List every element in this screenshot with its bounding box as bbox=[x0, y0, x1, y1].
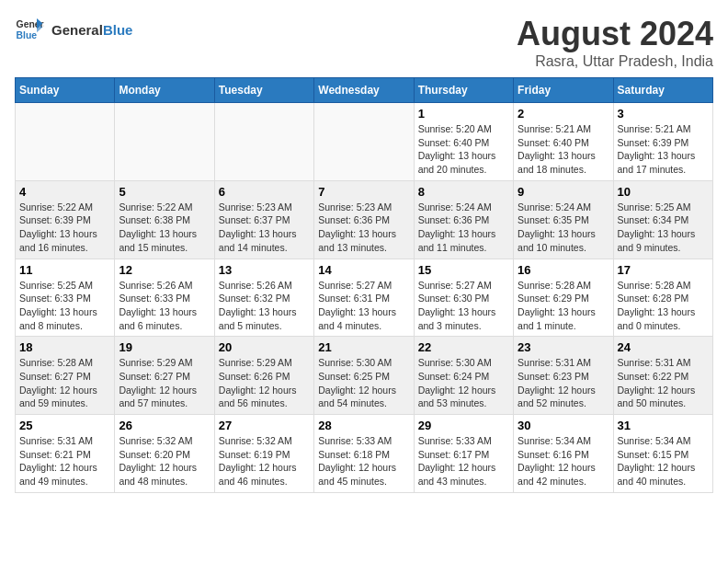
title-area: August 2024 Rasra, Uttar Pradesh, India bbox=[517, 15, 713, 70]
calendar-cell: 25Sunrise: 5:31 AM Sunset: 6:21 PM Dayli… bbox=[16, 415, 115, 493]
day-info: Sunrise: 5:31 AM Sunset: 6:21 PM Dayligh… bbox=[19, 434, 110, 488]
header-cell-tuesday: Tuesday bbox=[214, 78, 313, 103]
day-info: Sunrise: 5:26 AM Sunset: 6:32 PM Dayligh… bbox=[219, 279, 310, 333]
header-cell-sunday: Sunday bbox=[16, 78, 115, 103]
calendar-cell: 16Sunrise: 5:28 AM Sunset: 6:29 PM Dayli… bbox=[514, 259, 613, 337]
day-info: Sunrise: 5:23 AM Sunset: 6:36 PM Dayligh… bbox=[318, 201, 409, 255]
day-number: 4 bbox=[19, 185, 110, 199]
day-info: Sunrise: 5:34 AM Sunset: 6:16 PM Dayligh… bbox=[518, 434, 609, 488]
calendar-cell: 30Sunrise: 5:34 AM Sunset: 6:16 PM Dayli… bbox=[514, 415, 613, 493]
calendar-week-1: 1Sunrise: 5:20 AM Sunset: 6:40 PM Daylig… bbox=[16, 103, 713, 181]
day-number: 28 bbox=[318, 419, 409, 432]
day-number: 1 bbox=[418, 107, 509, 121]
day-number: 14 bbox=[318, 263, 409, 277]
calendar-cell: 21Sunrise: 5:30 AM Sunset: 6:25 PM Dayli… bbox=[314, 337, 414, 415]
calendar-cell: 8Sunrise: 5:24 AM Sunset: 6:36 PM Daylig… bbox=[414, 180, 513, 259]
day-info: Sunrise: 5:31 AM Sunset: 6:23 PM Dayligh… bbox=[518, 356, 609, 410]
calendar-cell: 1Sunrise: 5:20 AM Sunset: 6:40 PM Daylig… bbox=[414, 103, 513, 181]
header-row: SundayMondayTuesdayWednesdayThursdayFrid… bbox=[16, 78, 713, 103]
calendar-cell: 7Sunrise: 5:23 AM Sunset: 6:36 PM Daylig… bbox=[314, 180, 414, 259]
calendar-cell: 13Sunrise: 5:26 AM Sunset: 6:32 PM Dayli… bbox=[214, 259, 313, 337]
day-info: Sunrise: 5:29 AM Sunset: 6:26 PM Dayligh… bbox=[219, 356, 310, 410]
calendar-cell: 5Sunrise: 5:22 AM Sunset: 6:38 PM Daylig… bbox=[115, 180, 214, 259]
day-info: Sunrise: 5:20 AM Sunset: 6:40 PM Dayligh… bbox=[418, 122, 509, 177]
calendar-header: SundayMondayTuesdayWednesdayThursdayFrid… bbox=[16, 78, 713, 103]
day-info: Sunrise: 5:26 AM Sunset: 6:33 PM Dayligh… bbox=[119, 279, 210, 333]
calendar-cell: 11Sunrise: 5:25 AM Sunset: 6:33 PM Dayli… bbox=[16, 259, 115, 337]
calendar-body: 1Sunrise: 5:20 AM Sunset: 6:40 PM Daylig… bbox=[16, 103, 713, 493]
logo: General Blue GeneralBlue bbox=[15, 15, 132, 44]
header-cell-friday: Friday bbox=[514, 78, 613, 103]
day-info: Sunrise: 5:27 AM Sunset: 6:31 PM Dayligh… bbox=[318, 279, 409, 333]
calendar-week-4: 18Sunrise: 5:28 AM Sunset: 6:27 PM Dayli… bbox=[16, 337, 713, 415]
day-info: Sunrise: 5:28 AM Sunset: 6:27 PM Dayligh… bbox=[19, 356, 110, 410]
day-number: 11 bbox=[19, 263, 110, 277]
day-info: Sunrise: 5:28 AM Sunset: 6:29 PM Dayligh… bbox=[518, 279, 609, 333]
day-info: Sunrise: 5:24 AM Sunset: 6:35 PM Dayligh… bbox=[518, 201, 609, 255]
day-info: Sunrise: 5:30 AM Sunset: 6:25 PM Dayligh… bbox=[318, 356, 409, 410]
day-number: 26 bbox=[119, 419, 210, 432]
subtitle: Rasra, Uttar Pradesh, India bbox=[517, 53, 713, 70]
day-info: Sunrise: 5:33 AM Sunset: 6:17 PM Dayligh… bbox=[418, 434, 509, 488]
day-number: 2 bbox=[518, 107, 609, 121]
day-info: Sunrise: 5:31 AM Sunset: 6:22 PM Dayligh… bbox=[618, 356, 709, 410]
main-title: August 2024 bbox=[517, 15, 713, 53]
day-info: Sunrise: 5:34 AM Sunset: 6:15 PM Dayligh… bbox=[618, 434, 709, 488]
day-number: 24 bbox=[618, 340, 709, 354]
day-info: Sunrise: 5:32 AM Sunset: 6:20 PM Dayligh… bbox=[119, 434, 210, 488]
header-cell-monday: Monday bbox=[115, 78, 214, 103]
logo-text: GeneralBlue bbox=[51, 22, 132, 38]
calendar-cell bbox=[115, 103, 214, 181]
header-cell-wednesday: Wednesday bbox=[314, 78, 414, 103]
day-info: Sunrise: 5:27 AM Sunset: 6:30 PM Dayligh… bbox=[418, 279, 509, 333]
day-number: 13 bbox=[219, 263, 310, 277]
day-number: 5 bbox=[119, 185, 210, 199]
day-number: 18 bbox=[19, 340, 110, 354]
day-info: Sunrise: 5:30 AM Sunset: 6:24 PM Dayligh… bbox=[418, 356, 509, 410]
day-number: 3 bbox=[618, 107, 709, 121]
day-info: Sunrise: 5:21 AM Sunset: 6:39 PM Dayligh… bbox=[618, 122, 709, 177]
day-number: 20 bbox=[219, 340, 310, 354]
calendar-cell: 17Sunrise: 5:28 AM Sunset: 6:28 PM Dayli… bbox=[613, 259, 712, 337]
calendar-cell: 27Sunrise: 5:32 AM Sunset: 6:19 PM Dayli… bbox=[214, 415, 313, 493]
day-number: 21 bbox=[318, 340, 409, 354]
calendar-cell bbox=[214, 103, 313, 181]
day-number: 15 bbox=[418, 263, 509, 277]
calendar-table: SundayMondayTuesdayWednesdayThursdayFrid… bbox=[15, 77, 713, 493]
day-number: 27 bbox=[219, 419, 310, 432]
calendar-cell: 12Sunrise: 5:26 AM Sunset: 6:33 PM Dayli… bbox=[115, 259, 214, 337]
calendar-cell: 10Sunrise: 5:25 AM Sunset: 6:34 PM Dayli… bbox=[613, 180, 712, 259]
calendar-cell bbox=[314, 103, 414, 181]
calendar-cell: 22Sunrise: 5:30 AM Sunset: 6:24 PM Dayli… bbox=[414, 337, 513, 415]
day-info: Sunrise: 5:22 AM Sunset: 6:38 PM Dayligh… bbox=[119, 201, 210, 255]
day-number: 6 bbox=[219, 185, 310, 199]
day-number: 30 bbox=[518, 419, 609, 432]
day-number: 23 bbox=[518, 340, 609, 354]
day-number: 9 bbox=[518, 185, 609, 199]
day-info: Sunrise: 5:25 AM Sunset: 6:33 PM Dayligh… bbox=[19, 279, 110, 333]
calendar-cell: 19Sunrise: 5:29 AM Sunset: 6:27 PM Dayli… bbox=[115, 337, 214, 415]
calendar-cell: 26Sunrise: 5:32 AM Sunset: 6:20 PM Dayli… bbox=[115, 415, 214, 493]
header-cell-saturday: Saturday bbox=[613, 78, 712, 103]
day-number: 8 bbox=[418, 185, 509, 199]
day-info: Sunrise: 5:24 AM Sunset: 6:36 PM Dayligh… bbox=[418, 201, 509, 255]
calendar-cell: 15Sunrise: 5:27 AM Sunset: 6:30 PM Dayli… bbox=[414, 259, 513, 337]
calendar-week-3: 11Sunrise: 5:25 AM Sunset: 6:33 PM Dayli… bbox=[16, 259, 713, 337]
day-number: 7 bbox=[318, 185, 409, 199]
calendar-cell: 3Sunrise: 5:21 AM Sunset: 6:39 PM Daylig… bbox=[613, 103, 712, 181]
logo-icon: General Blue bbox=[15, 15, 44, 44]
calendar-cell bbox=[16, 103, 115, 181]
day-number: 25 bbox=[19, 419, 110, 432]
day-info: Sunrise: 5:32 AM Sunset: 6:19 PM Dayligh… bbox=[219, 434, 310, 488]
calendar-cell: 24Sunrise: 5:31 AM Sunset: 6:22 PM Dayli… bbox=[613, 337, 712, 415]
day-number: 31 bbox=[618, 419, 709, 432]
header-cell-thursday: Thursday bbox=[414, 78, 513, 103]
day-number: 16 bbox=[518, 263, 609, 277]
page-header: General Blue GeneralBlue August 2024 Ras… bbox=[15, 15, 713, 70]
day-number: 29 bbox=[418, 419, 509, 432]
day-info: Sunrise: 5:23 AM Sunset: 6:37 PM Dayligh… bbox=[219, 201, 310, 255]
calendar-cell: 4Sunrise: 5:22 AM Sunset: 6:39 PM Daylig… bbox=[16, 180, 115, 259]
calendar-cell: 14Sunrise: 5:27 AM Sunset: 6:31 PM Dayli… bbox=[314, 259, 414, 337]
calendar-cell: 23Sunrise: 5:31 AM Sunset: 6:23 PM Dayli… bbox=[514, 337, 613, 415]
svg-text:Blue: Blue bbox=[17, 30, 38, 40]
